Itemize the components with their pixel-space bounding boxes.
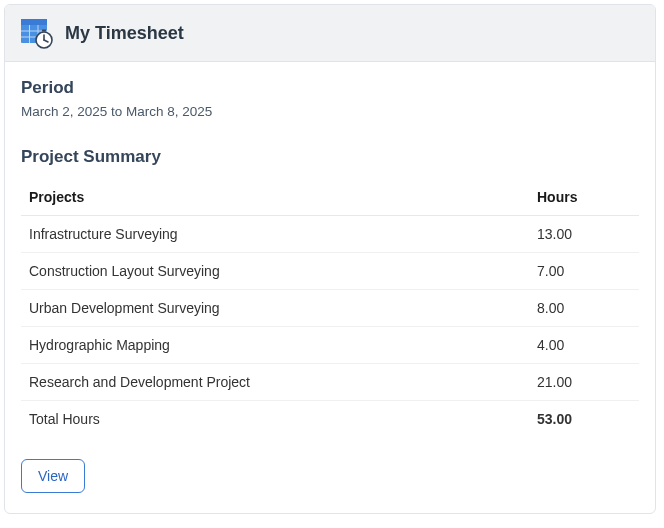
svg-rect-1	[21, 19, 47, 25]
table-row-total: Total Hours 53.00	[21, 401, 639, 438]
cell-project: Construction Layout Surveying	[21, 253, 529, 290]
cell-hours: 21.00	[529, 364, 639, 401]
cell-project: Hydrographic Mapping	[21, 327, 529, 364]
card-title: My Timesheet	[65, 23, 184, 44]
card-header: My Timesheet	[5, 5, 655, 62]
cell-total-hours: 53.00	[529, 401, 639, 438]
table-row: Infrastructure Surveying 13.00	[21, 216, 639, 253]
table-row: Hydrographic Mapping 4.00	[21, 327, 639, 364]
table-row: Construction Layout Surveying 7.00	[21, 253, 639, 290]
cell-hours: 7.00	[529, 253, 639, 290]
summary-title: Project Summary	[21, 147, 639, 167]
cell-hours: 8.00	[529, 290, 639, 327]
table-row: Urban Development Surveying 8.00	[21, 290, 639, 327]
cell-total-label: Total Hours	[21, 401, 529, 438]
cell-hours: 4.00	[529, 327, 639, 364]
period-label: Period	[21, 78, 639, 98]
svg-rect-7	[42, 30, 46, 32]
summary-table: Projects Hours Infrastructure Surveying …	[21, 179, 639, 437]
period-value: March 2, 2025 to March 8, 2025	[21, 104, 639, 119]
timesheet-card: My Timesheet Period March 2, 2025 to Mar…	[4, 4, 656, 514]
view-button[interactable]: View	[21, 459, 85, 493]
cell-project: Research and Development Project	[21, 364, 529, 401]
card-body: Period March 2, 2025 to March 8, 2025 Pr…	[5, 62, 655, 513]
timesheet-icon	[21, 17, 53, 49]
cell-hours: 13.00	[529, 216, 639, 253]
cell-project: Urban Development Surveying	[21, 290, 529, 327]
table-row: Research and Development Project 21.00	[21, 364, 639, 401]
col-hours: Hours	[529, 179, 639, 216]
col-projects: Projects	[21, 179, 529, 216]
cell-project: Infrastructure Surveying	[21, 216, 529, 253]
